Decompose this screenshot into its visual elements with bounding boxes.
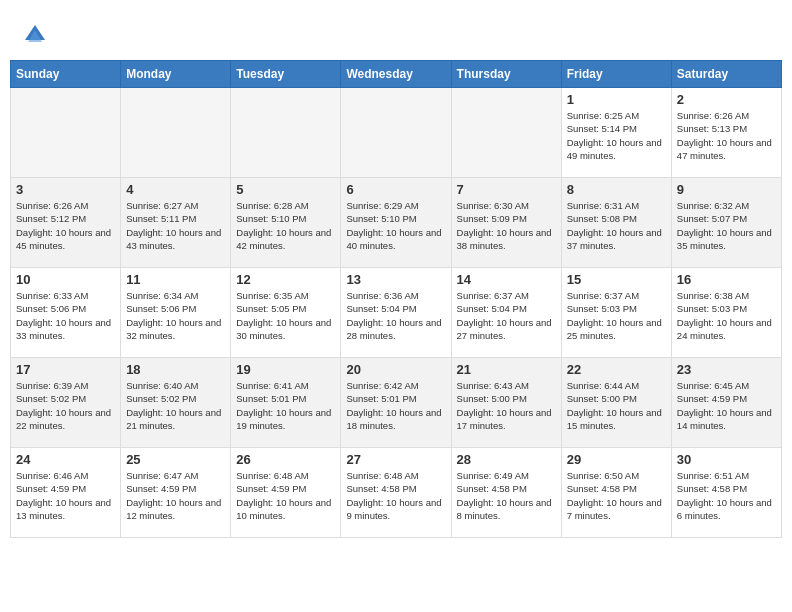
day-header-monday: Monday	[121, 61, 231, 88]
day-header-saturday: Saturday	[671, 61, 781, 88]
day-number: 7	[457, 182, 556, 197]
calendar-day-cell: 24Sunrise: 6:46 AM Sunset: 4:59 PM Dayli…	[11, 448, 121, 538]
day-info: Sunrise: 6:45 AM Sunset: 4:59 PM Dayligh…	[677, 379, 776, 432]
day-info: Sunrise: 6:34 AM Sunset: 5:06 PM Dayligh…	[126, 289, 225, 342]
day-number: 26	[236, 452, 335, 467]
day-number: 16	[677, 272, 776, 287]
day-number: 13	[346, 272, 445, 287]
calendar-day-cell	[121, 88, 231, 178]
calendar-day-cell: 28Sunrise: 6:49 AM Sunset: 4:58 PM Dayli…	[451, 448, 561, 538]
calendar-day-cell: 1Sunrise: 6:25 AM Sunset: 5:14 PM Daylig…	[561, 88, 671, 178]
calendar-day-cell: 6Sunrise: 6:29 AM Sunset: 5:10 PM Daylig…	[341, 178, 451, 268]
day-info: Sunrise: 6:38 AM Sunset: 5:03 PM Dayligh…	[677, 289, 776, 342]
day-info: Sunrise: 6:26 AM Sunset: 5:12 PM Dayligh…	[16, 199, 115, 252]
day-info: Sunrise: 6:40 AM Sunset: 5:02 PM Dayligh…	[126, 379, 225, 432]
day-number: 20	[346, 362, 445, 377]
day-number: 15	[567, 272, 666, 287]
calendar-day-cell: 23Sunrise: 6:45 AM Sunset: 4:59 PM Dayli…	[671, 358, 781, 448]
day-header-thursday: Thursday	[451, 61, 561, 88]
day-info: Sunrise: 6:36 AM Sunset: 5:04 PM Dayligh…	[346, 289, 445, 342]
day-info: Sunrise: 6:30 AM Sunset: 5:09 PM Dayligh…	[457, 199, 556, 252]
day-info: Sunrise: 6:27 AM Sunset: 5:11 PM Dayligh…	[126, 199, 225, 252]
day-number: 22	[567, 362, 666, 377]
calendar-week-row: 10Sunrise: 6:33 AM Sunset: 5:06 PM Dayli…	[11, 268, 782, 358]
calendar-week-row: 3Sunrise: 6:26 AM Sunset: 5:12 PM Daylig…	[11, 178, 782, 268]
calendar-day-cell: 18Sunrise: 6:40 AM Sunset: 5:02 PM Dayli…	[121, 358, 231, 448]
calendar-table: SundayMondayTuesdayWednesdayThursdayFrid…	[10, 60, 782, 538]
calendar-day-cell: 20Sunrise: 6:42 AM Sunset: 5:01 PM Dayli…	[341, 358, 451, 448]
day-number: 10	[16, 272, 115, 287]
calendar-day-cell: 13Sunrise: 6:36 AM Sunset: 5:04 PM Dayli…	[341, 268, 451, 358]
logo-icon	[20, 20, 50, 50]
day-info: Sunrise: 6:48 AM Sunset: 4:58 PM Dayligh…	[346, 469, 445, 522]
calendar-day-cell: 27Sunrise: 6:48 AM Sunset: 4:58 PM Dayli…	[341, 448, 451, 538]
calendar-day-cell: 4Sunrise: 6:27 AM Sunset: 5:11 PM Daylig…	[121, 178, 231, 268]
day-info: Sunrise: 6:28 AM Sunset: 5:10 PM Dayligh…	[236, 199, 335, 252]
day-number: 4	[126, 182, 225, 197]
day-header-tuesday: Tuesday	[231, 61, 341, 88]
calendar-day-cell: 5Sunrise: 6:28 AM Sunset: 5:10 PM Daylig…	[231, 178, 341, 268]
day-info: Sunrise: 6:47 AM Sunset: 4:59 PM Dayligh…	[126, 469, 225, 522]
day-number: 23	[677, 362, 776, 377]
day-info: Sunrise: 6:25 AM Sunset: 5:14 PM Dayligh…	[567, 109, 666, 162]
day-info: Sunrise: 6:50 AM Sunset: 4:58 PM Dayligh…	[567, 469, 666, 522]
calendar-day-cell: 26Sunrise: 6:48 AM Sunset: 4:59 PM Dayli…	[231, 448, 341, 538]
calendar-day-cell: 30Sunrise: 6:51 AM Sunset: 4:58 PM Dayli…	[671, 448, 781, 538]
calendar-day-cell: 7Sunrise: 6:30 AM Sunset: 5:09 PM Daylig…	[451, 178, 561, 268]
calendar-day-cell: 3Sunrise: 6:26 AM Sunset: 5:12 PM Daylig…	[11, 178, 121, 268]
calendar-header-row: SundayMondayTuesdayWednesdayThursdayFrid…	[11, 61, 782, 88]
calendar-day-cell	[231, 88, 341, 178]
day-info: Sunrise: 6:39 AM Sunset: 5:02 PM Dayligh…	[16, 379, 115, 432]
day-info: Sunrise: 6:49 AM Sunset: 4:58 PM Dayligh…	[457, 469, 556, 522]
calendar-day-cell: 9Sunrise: 6:32 AM Sunset: 5:07 PM Daylig…	[671, 178, 781, 268]
calendar-day-cell: 19Sunrise: 6:41 AM Sunset: 5:01 PM Dayli…	[231, 358, 341, 448]
day-number: 2	[677, 92, 776, 107]
day-number: 3	[16, 182, 115, 197]
day-info: Sunrise: 6:44 AM Sunset: 5:00 PM Dayligh…	[567, 379, 666, 432]
calendar-week-row: 24Sunrise: 6:46 AM Sunset: 4:59 PM Dayli…	[11, 448, 782, 538]
calendar-day-cell: 10Sunrise: 6:33 AM Sunset: 5:06 PM Dayli…	[11, 268, 121, 358]
calendar-day-cell: 22Sunrise: 6:44 AM Sunset: 5:00 PM Dayli…	[561, 358, 671, 448]
day-number: 24	[16, 452, 115, 467]
calendar-day-cell: 25Sunrise: 6:47 AM Sunset: 4:59 PM Dayli…	[121, 448, 231, 538]
day-number: 5	[236, 182, 335, 197]
calendar-day-cell: 12Sunrise: 6:35 AM Sunset: 5:05 PM Dayli…	[231, 268, 341, 358]
day-number: 9	[677, 182, 776, 197]
day-number: 29	[567, 452, 666, 467]
day-number: 12	[236, 272, 335, 287]
day-info: Sunrise: 6:33 AM Sunset: 5:06 PM Dayligh…	[16, 289, 115, 342]
day-header-sunday: Sunday	[11, 61, 121, 88]
page-header	[10, 10, 782, 55]
calendar-day-cell: 11Sunrise: 6:34 AM Sunset: 5:06 PM Dayli…	[121, 268, 231, 358]
day-number: 19	[236, 362, 335, 377]
calendar-day-cell: 29Sunrise: 6:50 AM Sunset: 4:58 PM Dayli…	[561, 448, 671, 538]
day-info: Sunrise: 6:37 AM Sunset: 5:03 PM Dayligh…	[567, 289, 666, 342]
calendar-week-row: 17Sunrise: 6:39 AM Sunset: 5:02 PM Dayli…	[11, 358, 782, 448]
calendar-day-cell	[11, 88, 121, 178]
day-number: 28	[457, 452, 556, 467]
day-info: Sunrise: 6:26 AM Sunset: 5:13 PM Dayligh…	[677, 109, 776, 162]
day-info: Sunrise: 6:51 AM Sunset: 4:58 PM Dayligh…	[677, 469, 776, 522]
day-number: 27	[346, 452, 445, 467]
calendar-day-cell: 14Sunrise: 6:37 AM Sunset: 5:04 PM Dayli…	[451, 268, 561, 358]
day-number: 6	[346, 182, 445, 197]
day-info: Sunrise: 6:41 AM Sunset: 5:01 PM Dayligh…	[236, 379, 335, 432]
day-number: 25	[126, 452, 225, 467]
calendar-week-row: 1Sunrise: 6:25 AM Sunset: 5:14 PM Daylig…	[11, 88, 782, 178]
day-number: 14	[457, 272, 556, 287]
day-info: Sunrise: 6:37 AM Sunset: 5:04 PM Dayligh…	[457, 289, 556, 342]
day-number: 18	[126, 362, 225, 377]
day-info: Sunrise: 6:29 AM Sunset: 5:10 PM Dayligh…	[346, 199, 445, 252]
day-info: Sunrise: 6:46 AM Sunset: 4:59 PM Dayligh…	[16, 469, 115, 522]
day-info: Sunrise: 6:48 AM Sunset: 4:59 PM Dayligh…	[236, 469, 335, 522]
calendar-day-cell: 17Sunrise: 6:39 AM Sunset: 5:02 PM Dayli…	[11, 358, 121, 448]
day-number: 17	[16, 362, 115, 377]
day-header-friday: Friday	[561, 61, 671, 88]
day-number: 8	[567, 182, 666, 197]
calendar-day-cell: 8Sunrise: 6:31 AM Sunset: 5:08 PM Daylig…	[561, 178, 671, 268]
day-info: Sunrise: 6:32 AM Sunset: 5:07 PM Dayligh…	[677, 199, 776, 252]
calendar-day-cell: 16Sunrise: 6:38 AM Sunset: 5:03 PM Dayli…	[671, 268, 781, 358]
day-info: Sunrise: 6:43 AM Sunset: 5:00 PM Dayligh…	[457, 379, 556, 432]
day-number: 21	[457, 362, 556, 377]
calendar-day-cell: 15Sunrise: 6:37 AM Sunset: 5:03 PM Dayli…	[561, 268, 671, 358]
